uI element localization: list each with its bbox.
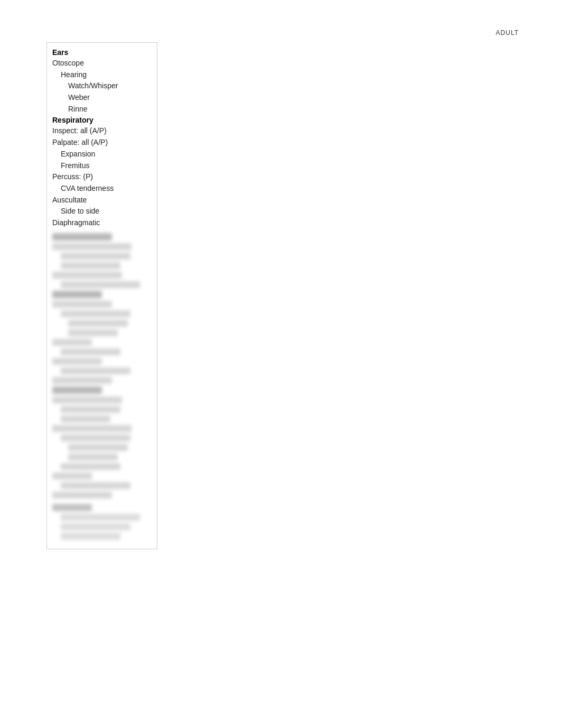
list-item[interactable]: Watch/Whisper: [68, 80, 152, 92]
ears-header: Ears: [52, 48, 152, 57]
adult-label: ADULT: [496, 29, 519, 36]
list-item[interactable]: Palpate: all (A/P): [52, 137, 152, 149]
list-item[interactable]: Weber: [68, 92, 152, 104]
list-item[interactable]: Rinne: [68, 104, 152, 115]
respiratory-header: Respiratory: [52, 116, 152, 124]
list-item[interactable]: Expansion: [61, 149, 152, 160]
blurred-section-1: [52, 233, 152, 499]
list-item[interactable]: Percuss: (P): [52, 171, 152, 183]
list-item[interactable]: Auscultate: [52, 195, 152, 206]
list-item[interactable]: Otoscope: [52, 58, 152, 69]
list-item[interactable]: Hearing: [61, 69, 152, 81]
list-item[interactable]: Side to side: [61, 206, 152, 217]
list-item[interactable]: CVA tenderness: [61, 183, 152, 195]
blurred-section-2: [52, 504, 152, 540]
list-item[interactable]: Diaphragmatic: [52, 217, 152, 229]
main-panel: Ears Otoscope Hearing Watch/Whisper Webe…: [46, 42, 157, 549]
list-item[interactable]: Inspect: all (A/P): [52, 125, 152, 137]
respiratory-section: Respiratory Inspect: all (A/P) Palpate: …: [52, 116, 152, 228]
ears-section: Ears Otoscope Hearing Watch/Whisper Webe…: [52, 48, 152, 115]
list-item[interactable]: Fremitus: [61, 160, 152, 172]
